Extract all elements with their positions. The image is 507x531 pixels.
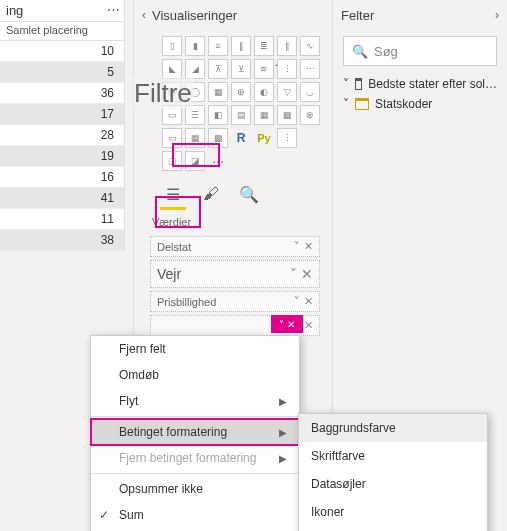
submenu-icons[interactable]: Ikoner <box>299 498 487 526</box>
viz-stacked-area-icon[interactable]: ◢ <box>185 59 205 79</box>
field-well-prisbillighed[interactable]: Prisbillighed ˅✕ <box>150 291 320 312</box>
viz-area-icon[interactable]: ◣ <box>162 59 182 79</box>
submenu-data-bars[interactable]: Datasøjler <box>299 470 487 498</box>
table-item-statskoder[interactable]: ˅ Statskoder <box>341 94 499 114</box>
viz-donut-icon[interactable]: ◯ <box>185 82 205 102</box>
tables-list: ˅ Bedste stater efter sol… ˅ Statskoder <box>333 72 507 116</box>
menu-conditional-formatting[interactable]: Betinget formatering▶ <box>91 419 299 445</box>
viz-more-icon[interactable]: ··· <box>208 151 228 171</box>
viz-shape-icon[interactable]: ▭ <box>162 128 182 148</box>
viz-clustered-column-icon[interactable]: ‖ <box>231 36 251 56</box>
menu-label: Omdøb <box>119 368 159 382</box>
viz-multirow-icon[interactable]: ☰ <box>185 105 205 125</box>
pane-mode-tabs: ☰ 🖌 🔍 <box>134 173 332 209</box>
menu-label: Betinget formatering <box>119 425 227 439</box>
analytics-tab-icon[interactable]: 🔍 <box>238 183 260 205</box>
table-row[interactable]: 11 <box>0 209 124 230</box>
viz-line-column-icon[interactable]: ⊼ <box>208 59 228 79</box>
viz-table2-icon[interactable]: ▦ <box>185 128 205 148</box>
menu-remove-field[interactable]: Fjern felt <box>91 336 299 362</box>
table-row[interactable]: 17 <box>0 104 124 125</box>
chevron-down-icon[interactable]: ˅ <box>343 77 349 91</box>
chevron-down-icon[interactable]: ˅ <box>294 240 300 253</box>
viz-clustered-bar-icon[interactable]: ≡ <box>208 36 228 56</box>
table-row[interactable]: 28 <box>0 125 124 146</box>
viz-100-bar-icon[interactable]: ≣ <box>254 36 274 56</box>
remove-field-icon[interactable]: ✕ <box>304 295 313 308</box>
submenu-background-color[interactable]: Baggrundsfarve <box>299 414 487 442</box>
viz-funnel-icon[interactable]: ▽ <box>277 82 297 102</box>
table-row[interactable]: 10 <box>0 41 124 62</box>
menu-sum[interactable]: ✓Sum <box>91 502 299 528</box>
viz-custom1-icon[interactable]: ▢ <box>162 151 182 171</box>
table-row[interactable]: 38 <box>0 230 124 251</box>
chevron-down-icon[interactable]: ˅ <box>343 97 349 111</box>
field-well-delstat[interactable]: Delstat ˅✕ <box>150 236 320 257</box>
field-well-empty[interactable]: ✕ <box>150 315 320 336</box>
pane-title: Visualiseringer <box>152 8 237 23</box>
viz-treemap-icon[interactable]: ▦ <box>208 82 228 102</box>
remove-field-icon[interactable]: ✕ <box>304 319 313 332</box>
viz-line-icon[interactable]: ∿ <box>300 36 320 56</box>
menu-label: Ikoner <box>311 505 344 519</box>
fields-search-input[interactable]: 🔍 Søg <box>343 36 497 66</box>
menu-separator <box>91 473 299 474</box>
column-header-more-icon[interactable]: ⋯ <box>107 2 120 17</box>
submenu-web-url[interactable]: URL-adresse til websted <box>299 526 487 531</box>
field-wells: Delstat ˅✕ Vejr ˅✕ Prisbillighed ˅✕ ✕ <box>150 236 320 336</box>
submenu-font-color[interactable]: Skriftfarve <box>299 442 487 470</box>
table-row[interactable]: 5 <box>0 62 124 83</box>
viz-line-clustered-icon[interactable]: ⊻ <box>231 59 251 79</box>
menu-move[interactable]: Flyt▶ <box>91 388 299 414</box>
chevron-left-icon[interactable]: ‹ <box>142 8 146 22</box>
viz-ribbon-icon[interactable]: ≋ <box>254 59 274 79</box>
viz-table-icon[interactable]: ▦ <box>254 105 274 125</box>
table-row[interactable]: 36 <box>0 83 124 104</box>
viz-scatter-icon[interactable]: ⋯ <box>300 59 320 79</box>
viz-map-icon[interactable]: ⊕ <box>231 82 251 102</box>
chevron-down-icon[interactable]: ˅ <box>290 266 297 282</box>
visualizations-header[interactable]: ‹ Visualiseringer <box>134 0 332 30</box>
values-section-label: Værdier <box>134 210 332 232</box>
report-data-column: ing ⋯ Samlet placering 10 5 36 17 28 19 … <box>0 0 125 251</box>
viz-100-column-icon[interactable]: ‖ <box>277 36 297 56</box>
menu-dont-summarize[interactable]: Opsummer ikke <box>91 476 299 502</box>
viz-arcgis-icon[interactable]: ⊗ <box>300 105 320 125</box>
field-well-vejr[interactable]: Vejr ˅✕ <box>150 260 320 288</box>
conditional-formatting-submenu: Baggrundsfarve Skriftfarve Datasøjler Ik… <box>298 413 488 531</box>
remove-field-icon[interactable]: ✕ <box>304 240 313 253</box>
well-label: Prisbillighed <box>157 296 216 308</box>
viz-stacked-column-icon[interactable]: ▮ <box>185 36 205 56</box>
chevron-down-icon[interactable]: ˅ <box>294 295 300 308</box>
table-row[interactable]: 16 <box>0 167 124 188</box>
viz-matrix2-icon[interactable]: ▩ <box>208 128 228 148</box>
table-item-bedste-stater[interactable]: ˅ Bedste stater efter sol… <box>341 74 499 94</box>
viz-blank <box>300 128 320 148</box>
table-label: Statskoder <box>375 97 432 111</box>
viz-pie-icon[interactable]: ◔ <box>162 82 182 102</box>
viz-r-icon[interactable]: R <box>231 128 251 148</box>
menu-label: Sum <box>119 508 144 522</box>
viz-custom2-icon[interactable]: ◪ <box>185 151 205 171</box>
format-tab-icon[interactable]: 🖌 <box>200 183 222 205</box>
viz-python-icon[interactable]: Py <box>254 128 274 148</box>
table-row[interactable]: 41 <box>0 188 124 209</box>
table-row[interactable]: 19 <box>0 146 124 167</box>
chevron-right-icon[interactable]: › <box>495 8 499 22</box>
menu-label: Datasøjler <box>311 477 366 491</box>
viz-gauge-icon[interactable]: ◡ <box>300 82 320 102</box>
viz-card-icon[interactable]: ▭ <box>162 105 182 125</box>
viz-stacked-bar-icon[interactable]: ▯ <box>162 36 182 56</box>
viz-kpi-icon[interactable]: ◧ <box>208 105 228 125</box>
viz-matrix-icon[interactable]: ▩ <box>277 105 297 125</box>
pane-title: Felter <box>341 8 374 23</box>
fields-tab-icon[interactable]: ☰ <box>162 183 184 205</box>
menu-rename[interactable]: Omdøb <box>91 362 299 388</box>
viz-filled-map-icon[interactable]: ◐ <box>254 82 274 102</box>
viz-keyinfluencer-icon[interactable]: ⋮ <box>277 128 297 148</box>
remove-field-icon[interactable]: ✕ <box>301 266 313 282</box>
fields-header[interactable]: Felter › <box>333 0 507 30</box>
viz-waterfall-icon[interactable]: ⋮ <box>277 59 297 79</box>
viz-slicer-icon[interactable]: ▤ <box>231 105 251 125</box>
column-header[interactable]: ing ⋯ <box>0 0 124 22</box>
